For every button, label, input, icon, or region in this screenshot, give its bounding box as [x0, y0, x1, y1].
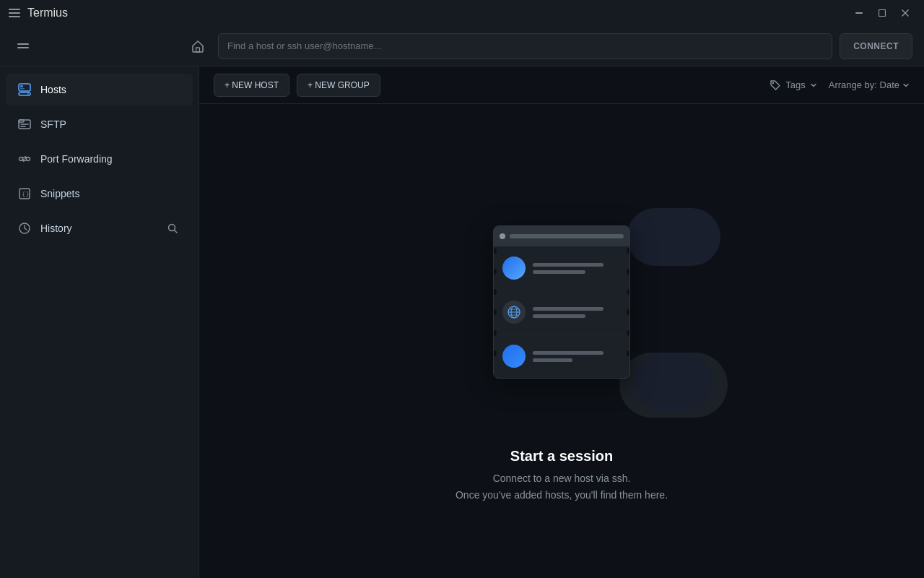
- server-row-2: [494, 290, 629, 335]
- new-group-button[interactable]: + NEW GROUP: [297, 74, 380, 97]
- svg-rect-5: [19, 84, 30, 91]
- sidebar-item-snippets[interactable]: {} Snippets: [6, 178, 193, 210]
- svg-point-15: [27, 158, 30, 161]
- title-bar: Termius: [0, 0, 924, 26]
- server-avatar-2: [502, 301, 526, 324]
- server-lines-3: [533, 351, 621, 362]
- panel-header: [494, 226, 629, 246]
- hosts-icon: [17, 82, 32, 97]
- empty-state: Start a session Connect to a new host vi…: [199, 104, 924, 578]
- tag-icon: [770, 79, 781, 91]
- svg-rect-4: [196, 48, 200, 52]
- sidebar-hosts-label: Hosts: [40, 84, 66, 95]
- server-line-2a: [533, 307, 603, 311]
- content-area: + NEW HOST + NEW GROUP Tags A: [199, 66, 924, 578]
- tags-button[interactable]: Tags: [770, 79, 816, 91]
- server-line-1b: [533, 270, 585, 274]
- tags-chevron-icon: [810, 82, 817, 89]
- sidebar-history-label: History: [40, 223, 72, 234]
- server-row-3: [494, 335, 629, 378]
- connect-button[interactable]: CONNECT: [840, 33, 912, 59]
- new-host-button[interactable]: + NEW HOST: [214, 74, 289, 97]
- sftp-icon: [17, 117, 32, 131]
- history-search-button[interactable]: [164, 220, 181, 237]
- sidebar-snippets-label: Snippets: [40, 188, 79, 199]
- svg-rect-11: [19, 120, 24, 122]
- panel-dot: [500, 233, 505, 239]
- server-line-2b: [533, 314, 585, 318]
- server-lines-1: [533, 263, 621, 274]
- server-line-1a: [533, 263, 603, 267]
- arrange-chevron-icon: [902, 82, 910, 89]
- svg-line-22: [175, 230, 178, 233]
- svg-rect-1: [879, 10, 886, 17]
- perforations-right: [625, 226, 630, 378]
- snippets-icon: {}: [17, 186, 32, 201]
- minimize-button[interactable]: [849, 3, 869, 23]
- svg-rect-0: [855, 12, 863, 14]
- empty-state-title: Start a session: [510, 448, 613, 465]
- toolbar: CONNECT: [0, 26, 924, 66]
- menu-icon[interactable]: [9, 9, 20, 17]
- empty-subtitle-line1: Connect to a new host via ssh.: [493, 473, 631, 484]
- main-layout: Hosts SFTP: [0, 66, 924, 578]
- server-avatar-3: [502, 345, 526, 368]
- app-container: CONNECT Hosts: [0, 26, 924, 578]
- sidebar-toggle-icon[interactable]: [17, 43, 29, 48]
- app-title: Termius: [27, 7, 68, 20]
- content-header-right: Tags Arrange by: Date: [770, 79, 910, 91]
- sidebar-item-history[interactable]: History: [6, 212, 193, 244]
- sidebar-top-area: [12, 39, 211, 53]
- server-lines-2: [533, 307, 621, 318]
- search-input[interactable]: [227, 40, 823, 51]
- svg-point-14: [19, 158, 23, 161]
- server-line-3a: [533, 351, 603, 355]
- svg-rect-6: [20, 85, 23, 87]
- perforations-left: [493, 226, 498, 378]
- arrange-button[interactable]: Arrange by: Date: [829, 79, 910, 90]
- svg-point-9: [27, 93, 29, 95]
- illustration: [396, 179, 728, 425]
- sidebar-sftp-label: SFTP: [40, 118, 66, 130]
- home-icon[interactable]: [191, 39, 205, 53]
- sidebar: Hosts SFTP: [0, 66, 199, 578]
- globe-icon: [507, 305, 521, 319]
- sidebar-item-hosts[interactable]: Hosts: [6, 74, 193, 105]
- svg-rect-7: [20, 88, 25, 90]
- close-button[interactable]: [895, 3, 915, 23]
- sidebar-item-sftp[interactable]: SFTP: [6, 108, 193, 140]
- port-forwarding-icon: [17, 152, 32, 166]
- sidebar-port-forwarding-label: Port Forwarding: [40, 153, 113, 165]
- arrange-label: Arrange by: Date: [829, 79, 899, 90]
- server-avatar-1: [502, 256, 526, 280]
- content-header: + NEW HOST + NEW GROUP Tags A: [199, 66, 924, 104]
- search-bar[interactable]: [218, 33, 832, 59]
- svg-text:{}: {}: [22, 191, 30, 198]
- empty-state-subtitle: Connect to a new host via ssh. Once you'…: [456, 470, 668, 503]
- history-icon: [17, 221, 32, 236]
- titlebar-left: Termius: [9, 7, 68, 20]
- svg-point-23: [772, 82, 774, 83]
- server-line-3b: [533, 358, 572, 362]
- tags-label: Tags: [785, 79, 805, 90]
- sidebar-item-port-forwarding[interactable]: Port Forwarding: [6, 143, 193, 175]
- server-panel: [493, 225, 630, 379]
- server-row-1: [494, 246, 629, 290]
- maximize-button[interactable]: [872, 3, 892, 23]
- titlebar-controls: [849, 3, 915, 23]
- empty-subtitle-line2: Once you've added hosts, you'll find the…: [456, 489, 668, 501]
- panel-bar: [510, 234, 624, 238]
